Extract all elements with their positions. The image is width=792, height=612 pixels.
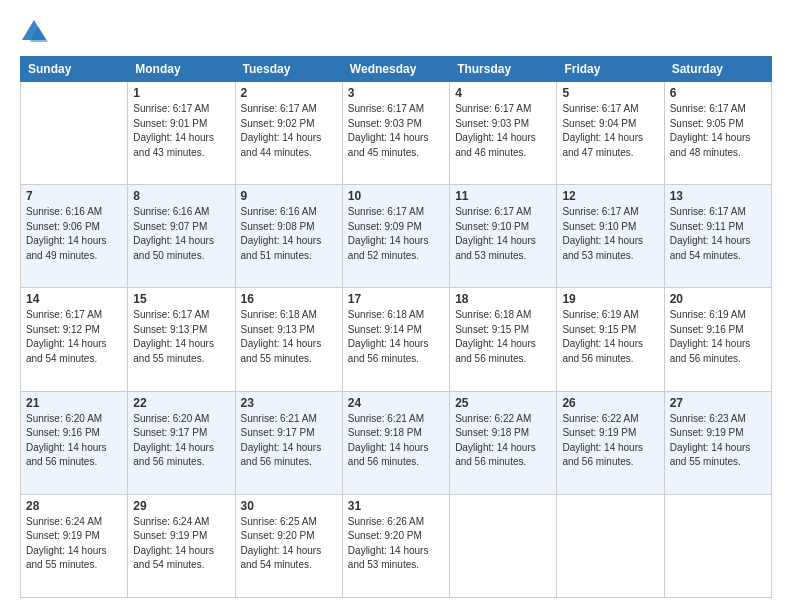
day-info: Sunrise: 6:17 AM Sunset: 9:12 PM Dayligh… <box>26 308 122 366</box>
calendar-cell: 21Sunrise: 6:20 AM Sunset: 9:16 PM Dayli… <box>21 391 128 494</box>
day-info: Sunrise: 6:19 AM Sunset: 9:15 PM Dayligh… <box>562 308 658 366</box>
calendar-cell: 9Sunrise: 6:16 AM Sunset: 9:08 PM Daylig… <box>235 185 342 288</box>
calendar-cell: 16Sunrise: 6:18 AM Sunset: 9:13 PM Dayli… <box>235 288 342 391</box>
day-info: Sunrise: 6:18 AM Sunset: 9:15 PM Dayligh… <box>455 308 551 366</box>
calendar-cell: 17Sunrise: 6:18 AM Sunset: 9:14 PM Dayli… <box>342 288 449 391</box>
page: SundayMondayTuesdayWednesdayThursdayFrid… <box>0 0 792 612</box>
day-info: Sunrise: 6:17 AM Sunset: 9:01 PM Dayligh… <box>133 102 229 160</box>
calendar-cell: 23Sunrise: 6:21 AM Sunset: 9:17 PM Dayli… <box>235 391 342 494</box>
day-number: 6 <box>670 86 766 100</box>
day-number: 15 <box>133 292 229 306</box>
day-number: 24 <box>348 396 444 410</box>
day-info: Sunrise: 6:20 AM Sunset: 9:16 PM Dayligh… <box>26 412 122 470</box>
day-info: Sunrise: 6:20 AM Sunset: 9:17 PM Dayligh… <box>133 412 229 470</box>
day-number: 27 <box>670 396 766 410</box>
calendar-header-tuesday: Tuesday <box>235 57 342 82</box>
day-info: Sunrise: 6:24 AM Sunset: 9:19 PM Dayligh… <box>133 515 229 573</box>
day-number: 2 <box>241 86 337 100</box>
calendar-header-friday: Friday <box>557 57 664 82</box>
day-number: 26 <box>562 396 658 410</box>
day-number: 30 <box>241 499 337 513</box>
logo <box>20 18 52 46</box>
day-number: 3 <box>348 86 444 100</box>
calendar-cell: 11Sunrise: 6:17 AM Sunset: 9:10 PM Dayli… <box>450 185 557 288</box>
calendar-cell: 31Sunrise: 6:26 AM Sunset: 9:20 PM Dayli… <box>342 494 449 597</box>
calendar-cell: 8Sunrise: 6:16 AM Sunset: 9:07 PM Daylig… <box>128 185 235 288</box>
day-number: 23 <box>241 396 337 410</box>
calendar-cell: 19Sunrise: 6:19 AM Sunset: 9:15 PM Dayli… <box>557 288 664 391</box>
day-number: 11 <box>455 189 551 203</box>
day-number: 4 <box>455 86 551 100</box>
calendar-cell: 13Sunrise: 6:17 AM Sunset: 9:11 PM Dayli… <box>664 185 771 288</box>
calendar-header-monday: Monday <box>128 57 235 82</box>
calendar-week-row: 21Sunrise: 6:20 AM Sunset: 9:16 PM Dayli… <box>21 391 772 494</box>
calendar-cell: 1Sunrise: 6:17 AM Sunset: 9:01 PM Daylig… <box>128 82 235 185</box>
day-number: 21 <box>26 396 122 410</box>
calendar-cell: 24Sunrise: 6:21 AM Sunset: 9:18 PM Dayli… <box>342 391 449 494</box>
day-number: 1 <box>133 86 229 100</box>
day-info: Sunrise: 6:24 AM Sunset: 9:19 PM Dayligh… <box>26 515 122 573</box>
calendar-cell: 5Sunrise: 6:17 AM Sunset: 9:04 PM Daylig… <box>557 82 664 185</box>
day-info: Sunrise: 6:22 AM Sunset: 9:19 PM Dayligh… <box>562 412 658 470</box>
day-info: Sunrise: 6:22 AM Sunset: 9:18 PM Dayligh… <box>455 412 551 470</box>
day-info: Sunrise: 6:23 AM Sunset: 9:19 PM Dayligh… <box>670 412 766 470</box>
calendar-cell: 28Sunrise: 6:24 AM Sunset: 9:19 PM Dayli… <box>21 494 128 597</box>
day-number: 8 <box>133 189 229 203</box>
day-number: 29 <box>133 499 229 513</box>
calendar-header-thursday: Thursday <box>450 57 557 82</box>
day-number: 25 <box>455 396 551 410</box>
calendar-cell: 10Sunrise: 6:17 AM Sunset: 9:09 PM Dayli… <box>342 185 449 288</box>
calendar-week-row: 14Sunrise: 6:17 AM Sunset: 9:12 PM Dayli… <box>21 288 772 391</box>
calendar-header-row: SundayMondayTuesdayWednesdayThursdayFrid… <box>21 57 772 82</box>
day-number: 7 <box>26 189 122 203</box>
calendar-cell: 12Sunrise: 6:17 AM Sunset: 9:10 PM Dayli… <box>557 185 664 288</box>
day-info: Sunrise: 6:18 AM Sunset: 9:14 PM Dayligh… <box>348 308 444 366</box>
calendar-cell: 6Sunrise: 6:17 AM Sunset: 9:05 PM Daylig… <box>664 82 771 185</box>
calendar-header-wednesday: Wednesday <box>342 57 449 82</box>
day-number: 17 <box>348 292 444 306</box>
day-number: 9 <box>241 189 337 203</box>
day-number: 22 <box>133 396 229 410</box>
calendar-cell: 26Sunrise: 6:22 AM Sunset: 9:19 PM Dayli… <box>557 391 664 494</box>
calendar-cell: 14Sunrise: 6:17 AM Sunset: 9:12 PM Dayli… <box>21 288 128 391</box>
calendar-cell: 25Sunrise: 6:22 AM Sunset: 9:18 PM Dayli… <box>450 391 557 494</box>
day-info: Sunrise: 6:21 AM Sunset: 9:18 PM Dayligh… <box>348 412 444 470</box>
calendar-cell <box>450 494 557 597</box>
day-info: Sunrise: 6:17 AM Sunset: 9:11 PM Dayligh… <box>670 205 766 263</box>
day-info: Sunrise: 6:17 AM Sunset: 9:10 PM Dayligh… <box>562 205 658 263</box>
calendar-cell: 15Sunrise: 6:17 AM Sunset: 9:13 PM Dayli… <box>128 288 235 391</box>
calendar-cell: 27Sunrise: 6:23 AM Sunset: 9:19 PM Dayli… <box>664 391 771 494</box>
day-number: 16 <box>241 292 337 306</box>
calendar-week-row: 7Sunrise: 6:16 AM Sunset: 9:06 PM Daylig… <box>21 185 772 288</box>
calendar-cell: 4Sunrise: 6:17 AM Sunset: 9:03 PM Daylig… <box>450 82 557 185</box>
day-info: Sunrise: 6:16 AM Sunset: 9:06 PM Dayligh… <box>26 205 122 263</box>
day-info: Sunrise: 6:17 AM Sunset: 9:05 PM Dayligh… <box>670 102 766 160</box>
calendar-cell <box>21 82 128 185</box>
calendar-cell: 29Sunrise: 6:24 AM Sunset: 9:19 PM Dayli… <box>128 494 235 597</box>
calendar-cell: 30Sunrise: 6:25 AM Sunset: 9:20 PM Dayli… <box>235 494 342 597</box>
day-info: Sunrise: 6:19 AM Sunset: 9:16 PM Dayligh… <box>670 308 766 366</box>
calendar-table: SundayMondayTuesdayWednesdayThursdayFrid… <box>20 56 772 598</box>
day-info: Sunrise: 6:17 AM Sunset: 9:02 PM Dayligh… <box>241 102 337 160</box>
day-info: Sunrise: 6:17 AM Sunset: 9:03 PM Dayligh… <box>455 102 551 160</box>
day-info: Sunrise: 6:26 AM Sunset: 9:20 PM Dayligh… <box>348 515 444 573</box>
day-number: 10 <box>348 189 444 203</box>
day-number: 13 <box>670 189 766 203</box>
day-number: 31 <box>348 499 444 513</box>
day-info: Sunrise: 6:21 AM Sunset: 9:17 PM Dayligh… <box>241 412 337 470</box>
day-info: Sunrise: 6:25 AM Sunset: 9:20 PM Dayligh… <box>241 515 337 573</box>
calendar-cell: 2Sunrise: 6:17 AM Sunset: 9:02 PM Daylig… <box>235 82 342 185</box>
day-info: Sunrise: 6:17 AM Sunset: 9:04 PM Dayligh… <box>562 102 658 160</box>
day-info: Sunrise: 6:17 AM Sunset: 9:10 PM Dayligh… <box>455 205 551 263</box>
calendar-cell: 22Sunrise: 6:20 AM Sunset: 9:17 PM Dayli… <box>128 391 235 494</box>
calendar-cell: 20Sunrise: 6:19 AM Sunset: 9:16 PM Dayli… <box>664 288 771 391</box>
day-info: Sunrise: 6:17 AM Sunset: 9:13 PM Dayligh… <box>133 308 229 366</box>
day-number: 5 <box>562 86 658 100</box>
day-info: Sunrise: 6:16 AM Sunset: 9:07 PM Dayligh… <box>133 205 229 263</box>
day-info: Sunrise: 6:18 AM Sunset: 9:13 PM Dayligh… <box>241 308 337 366</box>
calendar-cell: 3Sunrise: 6:17 AM Sunset: 9:03 PM Daylig… <box>342 82 449 185</box>
day-number: 12 <box>562 189 658 203</box>
day-info: Sunrise: 6:16 AM Sunset: 9:08 PM Dayligh… <box>241 205 337 263</box>
calendar-cell: 18Sunrise: 6:18 AM Sunset: 9:15 PM Dayli… <box>450 288 557 391</box>
calendar-cell <box>664 494 771 597</box>
